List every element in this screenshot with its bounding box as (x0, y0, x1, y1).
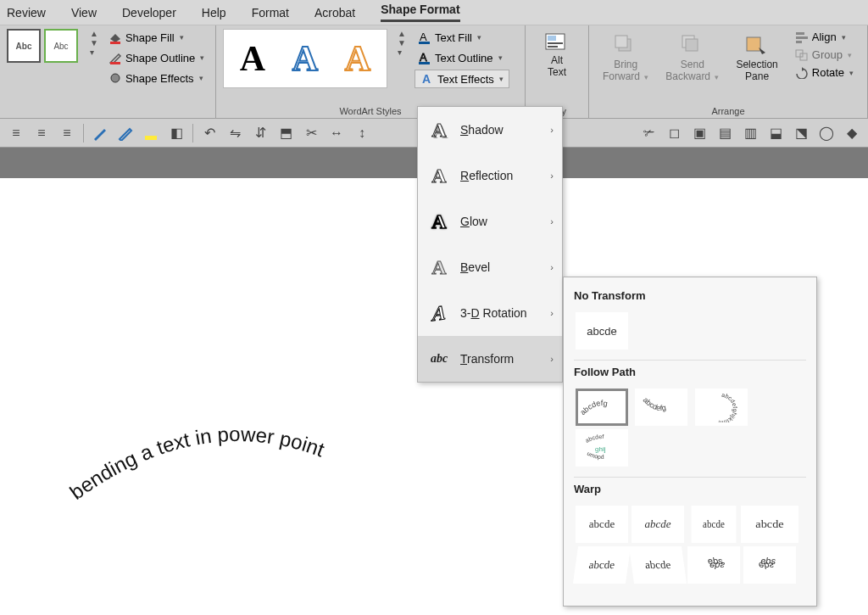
text-effects-button[interactable]: A Text Effects▾ (415, 70, 509, 88)
menubar: Review View Developer Help Format Acroba… (0, 0, 868, 25)
svg-rect-18 (796, 32, 804, 35)
warp-title: Warp (574, 483, 806, 495)
sq5-icon[interactable]: ⬔ (790, 122, 812, 144)
transform-icon: abc (426, 346, 452, 372)
menu-shape-format[interactable]: Shape Format (381, 3, 459, 22)
follow-path-arch-down[interactable]: abcdefg (635, 389, 687, 426)
align-right-icon[interactable]: ≡ (56, 122, 78, 144)
highlighter-icon[interactable] (140, 122, 162, 144)
shape-fill-button[interactable]: Shape Fill▾ (105, 29, 208, 46)
bevel-icon: A (426, 254, 452, 280)
flip-v-icon[interactable]: ⇵ (249, 122, 271, 144)
align-center-icon[interactable]: ≡ (31, 122, 53, 144)
group-button[interactable]: Group▾ (792, 47, 857, 63)
dist-v-icon[interactable]: ↕ (351, 122, 373, 144)
wordart-thumb-2[interactable]: A (281, 35, 329, 82)
chevron-down-icon[interactable]: ▼ (90, 38, 98, 48)
more-icon[interactable]: ▾ (398, 48, 406, 57)
shadow-icon: A (426, 117, 452, 143)
shape-style-thumb-1[interactable]: Abc (7, 29, 41, 63)
follow-path-circle[interactable]: abcdefghijklmn (695, 389, 748, 426)
svg-rect-1 (110, 62, 120, 64)
chevron-up-icon[interactable]: ▲ (90, 29, 98, 38)
warp-2[interactable]: abcde (632, 506, 684, 543)
group-arrange: Bring Forward ▾ Send Backward ▾ Selectio… (589, 25, 868, 118)
crop-icon[interactable]: ✂ (300, 122, 322, 144)
bring-forward-icon (612, 32, 639, 59)
text-outline-button[interactable]: A Text Outline▾ (415, 49, 509, 66)
curved-text-content: bending a text in power point (65, 422, 328, 504)
follow-path-title: Follow Path (574, 366, 806, 378)
flip-h-icon[interactable]: ⇋ (224, 122, 246, 144)
sq4-icon[interactable]: ▥ (739, 122, 761, 144)
te-transform[interactable]: abc Transform› (418, 336, 562, 382)
svg-rect-10 (548, 36, 556, 41)
rotate-left-icon[interactable]: ↶ (198, 122, 220, 144)
rotate-button[interactable]: Rotate▾ (792, 64, 857, 81)
wordart-gallery[interactable]: A A A (223, 29, 387, 88)
warp-1[interactable]: abcde (576, 506, 628, 543)
svg-rect-12 (548, 46, 558, 48)
more-icon[interactable]: ▾ (90, 48, 98, 57)
sq2-icon[interactable]: ▣ (688, 122, 710, 144)
shape-icon-tb[interactable]: ◆ (841, 122, 863, 144)
align-button[interactable]: Align▾ (792, 29, 857, 45)
sq1-icon[interactable]: ◻ (663, 122, 685, 144)
paint-bucket-icon (108, 31, 122, 44)
align-icon (795, 31, 809, 43)
pen-blue-icon[interactable] (89, 122, 111, 144)
sq3-icon[interactable]: ▤ (714, 122, 736, 144)
follow-path-button[interactable]: abcdef ghij umopd (576, 429, 628, 467)
curved-text[interactable]: bending a text in power point (59, 399, 415, 526)
crop-tool-icon[interactable]: ✃ (637, 122, 659, 144)
menu-developer[interactable]: Developer (122, 6, 176, 20)
eraser-icon[interactable]: ◧ (165, 122, 187, 144)
te-glow[interactable]: A Glow› (418, 198, 562, 244)
warp-7[interactable]: ebsebs (687, 546, 740, 584)
wordart-thumb-1[interactable]: A (229, 35, 276, 82)
chevron-down-icon[interactable]: ▼ (398, 38, 406, 48)
svg-text:abcdefg: abcdefg (642, 395, 667, 412)
text-outline-icon: A (418, 51, 431, 64)
menu-acrobat[interactable]: Acrobat (314, 6, 355, 20)
send-backward-button[interactable]: Send Backward ▾ (659, 29, 726, 86)
menu-review[interactable]: Review (7, 6, 46, 20)
no-transform-thumb[interactable]: abcde (576, 312, 628, 349)
warp-6[interactable]: abcde (629, 546, 687, 584)
shape-style-thumb-2[interactable]: Abc (44, 29, 78, 63)
selection-pane-icon (743, 32, 771, 59)
warp-3[interactable]: abcde (692, 506, 737, 543)
ribbon: Abc Abc ▲ ▼ ▾ Shape Fill▾ (0, 25, 868, 119)
wordart-thumb-3[interactable]: A (334, 35, 381, 82)
align-left-icon[interactable]: ≡ (5, 122, 27, 144)
follow-path-arch-up[interactable]: abcdefg (576, 389, 628, 426)
menu-view[interactable]: View (71, 6, 97, 20)
text-effects-menu: A SShadowhadow› A Reflection› A Glow› A … (417, 106, 563, 383)
alt-text-button[interactable]: Alt Text (532, 29, 581, 81)
warp-8[interactable]: ebsebs (743, 546, 796, 584)
circle-icon-tb[interactable]: ◯ (815, 122, 837, 144)
merge-icon[interactable]: ⬓ (765, 122, 787, 144)
warp-5[interactable]: abcde (573, 546, 631, 584)
shape-style-gallery[interactable]: Abc Abc (7, 29, 78, 87)
te-bevel[interactable]: A Bevel› (418, 244, 562, 290)
svg-text:A: A (420, 51, 427, 64)
te-shadow[interactable]: A SShadowhadow› (418, 107, 562, 153)
dist-h-icon[interactable]: ↔ (326, 122, 348, 144)
svg-text:ebs: ebs (758, 561, 775, 571)
chevron-up-icon[interactable]: ▲ (398, 29, 406, 38)
te-reflection[interactable]: A Reflection› (418, 153, 562, 198)
warp-4[interactable]: abcde (741, 506, 798, 543)
bring-forward-button[interactable]: Bring Forward ▾ (596, 29, 655, 86)
shape-outline-button[interactable]: Shape Outline▾ (105, 49, 208, 66)
te-3d-rotation[interactable]: A 3-D Rotation› (418, 290, 562, 336)
shape-effects-button[interactable]: Shape Effects▾ (105, 70, 208, 87)
text-fill-button[interactable]: A Text Fill▾ (415, 29, 509, 46)
arrow-square-icon[interactable]: ⬒ (275, 122, 297, 144)
svg-rect-16 (686, 39, 698, 51)
menu-help[interactable]: Help (202, 6, 226, 20)
selection-pane-button[interactable]: Selection Pane (729, 29, 784, 86)
transform-panel: No Transform abcde Follow Path abcdefg a… (563, 277, 817, 607)
pen-blue2-icon[interactable] (114, 122, 136, 144)
menu-format[interactable]: Format (252, 6, 289, 20)
